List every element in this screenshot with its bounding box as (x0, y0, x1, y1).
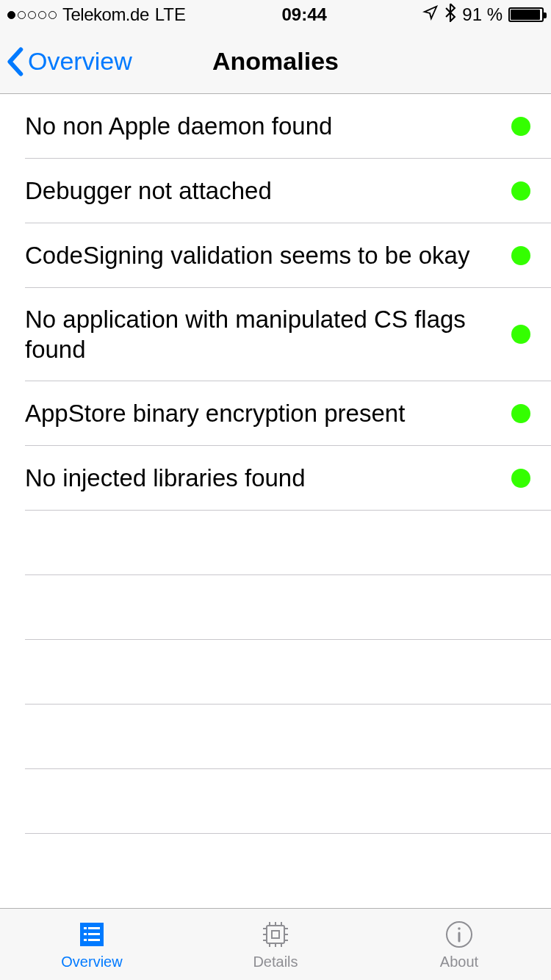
tab-about[interactable]: About (367, 909, 551, 980)
list-item-empty (0, 705, 551, 769)
battery-percent-label: 91 % (462, 4, 503, 25)
list-item[interactable]: No non Apple daemon found (0, 94, 551, 159)
tab-label: Details (253, 954, 298, 970)
status-dot-icon (511, 246, 530, 265)
list-item-label: AppStore binary encryption present (25, 398, 419, 428)
list-item-label: No non Apple daemon found (25, 111, 347, 141)
carrier-label: Telekom.de (62, 4, 149, 25)
overview-icon (77, 918, 107, 951)
tab-bar: Overview Details About (0, 908, 551, 980)
info-icon (443, 918, 475, 951)
chip-icon (259, 918, 292, 951)
list-item-label: No injected libraries found (25, 463, 320, 493)
location-icon (422, 4, 439, 25)
list-item-label: CodeSigning validation seems to be okay (25, 240, 484, 270)
status-right: 91 % (422, 3, 544, 26)
svg-rect-7 (267, 926, 284, 943)
status-dot-icon (511, 117, 530, 136)
status-dot-icon (511, 181, 530, 201)
svg-rect-4 (88, 933, 100, 935)
back-button[interactable]: Overview (6, 29, 132, 93)
list-item-empty (0, 511, 551, 575)
list-item[interactable]: CodeSigning validation seems to be okay (0, 223, 551, 288)
battery-fill (511, 10, 540, 20)
status-bar: Telekom.de LTE 09:44 91 % (0, 0, 551, 29)
network-type-label: LTE (155, 4, 186, 25)
list-item[interactable]: Debugger not attached (0, 159, 551, 223)
list-item-label: No application with manipulated CS flags… (25, 304, 511, 365)
bluetooth-icon (444, 3, 456, 26)
svg-rect-8 (272, 931, 279, 938)
tab-label: Overview (61, 954, 122, 970)
list-item-empty (0, 575, 551, 640)
list-item-empty (0, 769, 551, 834)
signal-strength-icon (7, 11, 57, 19)
list-item[interactable]: AppStore binary encryption present (0, 381, 551, 446)
status-time: 09:44 (281, 4, 326, 25)
tab-label: About (440, 954, 478, 970)
anomaly-list: No non Apple daemon foundDebugger not at… (0, 94, 551, 834)
svg-rect-5 (84, 939, 87, 941)
tab-overview[interactable]: Overview (0, 909, 184, 980)
battery-icon (508, 7, 544, 22)
list-item-label: Debugger not attached (25, 176, 287, 206)
svg-rect-6 (88, 939, 100, 941)
status-dot-icon (511, 325, 530, 344)
status-dot-icon (511, 469, 530, 488)
tab-details[interactable]: Details (184, 909, 367, 980)
list-item[interactable]: No application with manipulated CS flags… (0, 288, 551, 381)
status-dot-icon (511, 404, 530, 423)
svg-rect-1 (84, 927, 87, 929)
svg-rect-3 (84, 933, 87, 935)
list-item-empty (0, 640, 551, 705)
chevron-left-icon (6, 47, 24, 76)
status-left: Telekom.de LTE (7, 4, 186, 25)
svg-rect-2 (88, 927, 100, 929)
svg-point-22 (458, 927, 461, 930)
list-item[interactable]: No injected libraries found (0, 446, 551, 511)
nav-bar: Overview Anomalies (0, 29, 551, 94)
back-label: Overview (28, 47, 132, 76)
